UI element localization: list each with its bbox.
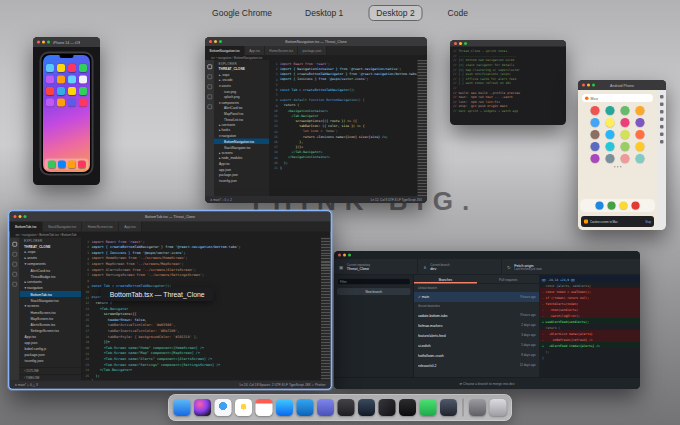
android-app-icon[interactable] <box>636 130 645 139</box>
branch-row[interactable]: hotfix/login-crash 8 days ago <box>414 350 540 360</box>
space-item[interactable]: Code <box>440 5 476 21</box>
editor-tab[interactable]: BottomTab.tsx <box>10 222 43 232</box>
android-app-icon[interactable] <box>621 142 630 151</box>
tree-item[interactable]: tsconfig.json <box>214 178 270 184</box>
vscode-window-main[interactable]: BottomTab.tsx — Threat_Clone BottomTab.t… <box>8 210 332 390</box>
iphone-screen[interactable] <box>43 55 90 172</box>
iphone-app-icon[interactable] <box>46 87 54 95</box>
code-editor[interactable]: 1 import React from 'react'; 2 import { … <box>270 60 418 196</box>
explorer-icon[interactable] <box>12 242 17 247</box>
android-app-icon[interactable] <box>636 106 645 115</box>
android-app-icon[interactable] <box>606 118 615 127</box>
extensions-icon[interactable] <box>207 105 212 110</box>
android-studio-dock-icon[interactable] <box>379 399 396 416</box>
more-icon[interactable] <box>660 140 664 144</box>
android-mirror-window[interactable]: Android Phone Mico Casting <box>578 80 666 230</box>
search-icon[interactable] <box>207 75 212 80</box>
fetch-origin-button[interactable]: ↻ Fetch origin Last fetched just now <box>502 259 640 275</box>
android-app-icon[interactable] <box>606 154 615 163</box>
space-item[interactable]: Desktop 2 <box>368 5 422 21</box>
space-item[interactable]: Google Chrome <box>204 5 280 21</box>
android-screen[interactable]: Mico Casting screen to Mac Stop <box>578 90 657 230</box>
android-app-icon[interactable] <box>606 142 615 151</box>
branch-tab[interactable]: Branches <box>414 275 477 284</box>
iphone-app-icon[interactable] <box>68 87 76 95</box>
space-item[interactable]: Desktop 1 <box>297 5 351 21</box>
cast-toast[interactable]: Casting screen to Mac Stop <box>581 216 654 227</box>
minimize-button[interactable] <box>459 42 462 45</box>
branch-row[interactable]: update-bottom-tabs 9 hours ago <box>414 310 540 320</box>
calendar-dock-icon[interactable] <box>256 399 273 416</box>
diff-panel[interactable]: @@ -24,14 +24,9 @@ const [alerts, setAle… <box>540 275 640 377</box>
explorer-icon[interactable] <box>207 65 212 70</box>
status-bar[interactable]: ⋔ main* ○ 0 △ 3 Ln 24, Col 18 Spaces: 2 … <box>10 381 331 389</box>
branch-filter-input[interactable]: Filter <box>337 278 411 285</box>
editor-tab[interactable]: App.tsx <box>119 222 142 232</box>
android-app-icon[interactable] <box>591 118 600 127</box>
zoom-button[interactable] <box>24 215 27 218</box>
iphone-app-icon[interactable] <box>57 87 65 95</box>
android-dock-icon[interactable] <box>596 202 604 210</box>
branch-row[interactable]: release/v0.2 12 days ago <box>414 360 540 370</box>
branch-row[interactable]: Recent branches <box>414 302 540 310</box>
close-button[interactable] <box>14 215 17 218</box>
status-bar[interactable]: ⋔ main* ○ 0 △ 2 Ln 12, Col 8 UTF-8 LF Ty… <box>205 196 427 203</box>
android-app-icon[interactable] <box>636 118 645 127</box>
iphone-app-icon[interactable] <box>57 76 65 84</box>
android-dock-icon[interactable] <box>620 202 628 210</box>
zoom-button[interactable] <box>464 42 467 45</box>
iphone-app-icon[interactable] <box>68 99 76 107</box>
android-app-icon[interactable] <box>591 142 600 151</box>
editor-tab[interactable]: HomeScreen.tsx <box>265 46 298 55</box>
teams-dock-icon[interactable] <box>317 399 334 416</box>
zoom-button[interactable] <box>47 41 50 44</box>
source-control-icon[interactable] <box>207 85 212 90</box>
downloads-dock-icon[interactable] <box>469 399 486 416</box>
android-app-icon[interactable] <box>606 130 615 139</box>
editor-tab[interactable]: package.json <box>298 46 326 55</box>
whatsapp-dock-icon[interactable] <box>420 399 437 416</box>
android-app-icon[interactable] <box>591 130 600 139</box>
finder-dock-icon[interactable] <box>174 399 191 416</box>
new-branch-button[interactable]: New branch <box>337 288 411 295</box>
android-app-icon[interactable] <box>621 118 630 127</box>
android-app-icon[interactable] <box>636 154 645 163</box>
github-desktop-window[interactable]: ▣ Current repository Threat_Clone ⋔ Curr… <box>334 251 640 389</box>
close-button[interactable] <box>582 84 585 87</box>
toast-action-button[interactable]: Stop <box>645 220 651 223</box>
minimize-button[interactable] <box>343 254 346 257</box>
iphone-app-icon[interactable] <box>79 76 87 84</box>
source-control-icon[interactable] <box>12 262 17 267</box>
iphone-dock-icon[interactable] <box>48 160 56 168</box>
branch-row[interactable]: feature/alerts-feed 3 days ago <box>414 330 540 340</box>
android-app-icon[interactable] <box>591 106 600 115</box>
siri-dock-icon[interactable] <box>194 399 211 416</box>
branch-row[interactable]: fix/map-markers 2 days ago <box>414 320 540 330</box>
iphone-app-icon[interactable] <box>79 64 87 72</box>
current-repository-dropdown[interactable]: ▣ Current repository Threat_Clone <box>334 259 418 275</box>
vscode-window-secondary[interactable]: BottomNavigation.tsx — Threat_Clone Bott… <box>205 37 427 203</box>
android-app-icon[interactable] <box>621 130 630 139</box>
zoom-button[interactable] <box>219 40 222 43</box>
simulator-dock-icon[interactable] <box>440 399 457 416</box>
close-button[interactable] <box>454 42 457 45</box>
iphone-app-icon[interactable] <box>79 99 87 107</box>
iphone-app-icon[interactable] <box>68 64 76 72</box>
code-editor[interactable]: 1 import React from 'react'; 2 import { … <box>82 238 322 381</box>
merge-hint-bar[interactable]: ⇄ Choose a branch to merge into dev <box>334 377 640 389</box>
close-button[interactable] <box>209 40 212 43</box>
editor-tab[interactable]: BottomNavigation.tsx <box>205 46 245 55</box>
zoom-button[interactable] <box>348 254 351 257</box>
android-app-icon[interactable] <box>591 154 600 163</box>
android-search-bar[interactable]: Mico <box>582 94 653 102</box>
iphone-dock-icon[interactable] <box>58 160 66 168</box>
minimize-button[interactable] <box>214 40 217 43</box>
current-branch-dropdown[interactable]: ⋔ Current branch dev <box>418 259 502 275</box>
close-button[interactable] <box>338 254 341 257</box>
iphone-mirror-window[interactable]: iPhone 14 — iOS 16.4 <box>33 37 100 185</box>
branch-row[interactable]: Default branch <box>414 284 540 292</box>
rotate-icon[interactable] <box>660 118 664 122</box>
android-app-icon[interactable] <box>606 106 615 115</box>
minimap[interactable] <box>321 238 331 381</box>
volume-icon[interactable] <box>660 133 664 137</box>
